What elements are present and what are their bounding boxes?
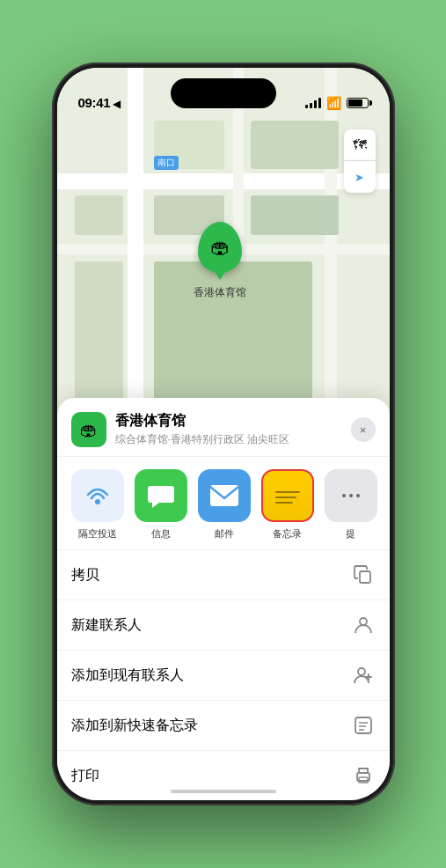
action-copy[interactable]: 拷贝 [57, 550, 390, 600]
messages-label: 信息 [151, 527, 171, 541]
sheet-close-button[interactable]: × [351, 417, 376, 442]
phone-shell: 09:41 ◀ 📶 [52, 63, 395, 805]
battery-icon [347, 98, 369, 108]
status-icons: 📶 [305, 96, 369, 110]
map-label: 南口 [154, 156, 179, 170]
map-layers-button[interactable]: 🗺 [344, 129, 376, 161]
map-location-button[interactable]: ➤ [344, 161, 376, 193]
map-controls: 🗺 ➤ [344, 129, 376, 193]
person-add-icon [351, 663, 376, 688]
venue-pin[interactable]: 🏟 香港体育馆 [194, 222, 246, 300]
map-area[interactable]: 南口 🗺 ➤ 🏟 香港体育馆 [57, 68, 390, 438]
action-new-contact[interactable]: 新建联系人 [57, 600, 390, 651]
venue-subtitle: 综合体育馆·香港特别行政区 油尖旺区 [115, 432, 351, 447]
venue-name: 香港体育馆 [115, 412, 351, 430]
map-label-tag: 南口 [154, 156, 179, 170]
svg-rect-7 [355, 717, 371, 733]
pin-label: 香港体育馆 [194, 285, 246, 300]
close-icon: × [360, 423, 367, 437]
new-contact-label: 新建联系人 [71, 616, 351, 635]
bottom-sheet: 🏟 香港体育馆 综合体育馆·香港特别行政区 油尖旺区 × [57, 398, 390, 800]
svg-point-0 [95, 499, 100, 504]
venue-stadium-icon: 🏟 [80, 420, 98, 440]
svg-point-3 [360, 618, 367, 625]
location-icon: ◀ [113, 98, 121, 110]
status-time: 09:41 [78, 95, 111, 110]
venue-info: 香港体育馆 综合体育馆·香港特别行政区 油尖旺区 [115, 412, 351, 447]
svg-rect-12 [359, 777, 368, 783]
copy-icon [351, 563, 376, 587]
print-label: 打印 [71, 767, 351, 785]
copy-label: 拷贝 [71, 566, 351, 585]
stadium-icon: 🏟 [210, 236, 230, 259]
dynamic-island [171, 78, 276, 108]
notes-label: 备忘录 [273, 527, 302, 541]
venue-icon: 🏟 [71, 412, 106, 447]
layers-icon: 🗺 [353, 137, 367, 153]
add-contact-label: 添加到现有联系人 [71, 666, 351, 685]
svg-point-4 [358, 668, 365, 675]
airdrop-label: 隔空投送 [78, 527, 117, 541]
messages-icon [147, 482, 175, 509]
location-arrow-icon: ➤ [355, 171, 364, 184]
action-add-contact[interactable]: 添加到现有联系人 [57, 651, 390, 701]
share-messages[interactable]: 信息 [135, 469, 187, 541]
signal-bars [305, 98, 321, 108]
action-quick-note[interactable]: 添加到新快速备忘录 [57, 701, 390, 751]
more-label: 提 [346, 527, 355, 541]
share-notes[interactable]: 备忘录 [261, 469, 314, 541]
airdrop-icon [84, 482, 111, 509]
sheet-header: 🏟 香港体育馆 综合体育馆·香港特别行政区 油尖旺区 × [57, 398, 390, 457]
print-icon [351, 763, 376, 788]
action-list: 拷贝 新建联系人 [57, 550, 390, 800]
mail-icon [209, 484, 239, 507]
pin-icon: 🏟 [198, 222, 242, 273]
mail-label: 邮件 [215, 527, 234, 541]
share-row: 隔空投送 信息 [57, 457, 390, 550]
svg-rect-2 [360, 571, 370, 583]
svg-rect-1 [210, 485, 238, 506]
phone-screen: 09:41 ◀ 📶 [57, 68, 390, 800]
share-airdrop[interactable]: 隔空投送 [71, 469, 124, 541]
share-more[interactable]: 提 [325, 469, 377, 541]
quick-note-label: 添加到新快速备忘录 [71, 717, 351, 735]
home-indicator [171, 790, 276, 793]
share-mail[interactable]: 邮件 [198, 469, 251, 541]
person-icon [351, 613, 376, 637]
note-icon [351, 713, 376, 738]
wifi-icon: 📶 [326, 96, 341, 110]
